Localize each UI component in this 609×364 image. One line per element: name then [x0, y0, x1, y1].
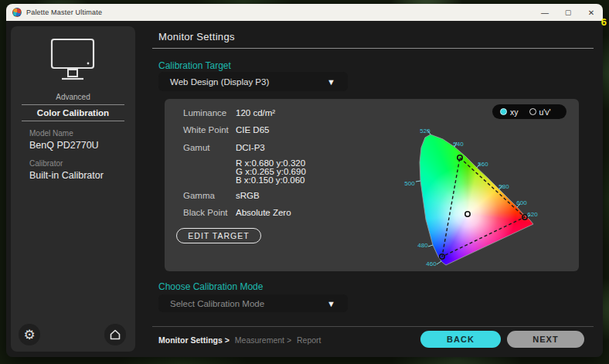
calibration-target-heading: Calibration Target [158, 60, 231, 71]
wavelength-label: 620 [527, 211, 537, 218]
coordinate-system-toggle: xy u'v' [492, 104, 566, 119]
uv-radio[interactable] [529, 108, 536, 115]
xy-radio[interactable] [500, 108, 507, 115]
green-primary-marker [458, 155, 462, 160]
wavelength-label: 520 [420, 128, 430, 134]
window-title: Palette Master Ultimate [26, 9, 102, 16]
home-icon [109, 328, 121, 341]
uv-radio-label[interactable]: u'v' [539, 107, 551, 117]
divider [152, 48, 594, 49]
gamut-value: DCI-P3 [236, 143, 265, 152]
maximize-button[interactable]: ▢ [556, 4, 580, 21]
black-point-label: Black Point [183, 208, 228, 217]
sidebar-divider [22, 121, 124, 121]
app-window: Palette Master Ultimate — ▢ ✕ Advanced C… [6, 4, 603, 357]
white-point-label: White Point [183, 125, 229, 134]
luminance-value: 120 cd/m² [236, 108, 275, 117]
sidebar-divider [22, 104, 124, 105]
gamut-label: Gamut [183, 143, 210, 152]
calibrator-label: Calibrator [29, 159, 63, 168]
divider [152, 326, 594, 327]
luminance-label: Luminance [183, 108, 226, 117]
gamut-triangle [442, 158, 525, 257]
desktop-wallpaper: 6 Palette Master Ultimate — ▢ ✕ Advanced [0, 0, 609, 364]
window-controls: — ▢ ✕ [533, 4, 603, 21]
sidebar-section-title: Color Calibration [11, 108, 135, 117]
dropdown-placeholder: Select Calibration Mode [170, 299, 264, 308]
chevron-down-icon: ▼ [327, 299, 335, 308]
frame-counter-badge: 6 [601, 16, 607, 28]
edit-target-button[interactable]: EDIT TARGET [176, 228, 261, 243]
chevron-down-icon: ▼ [327, 77, 335, 87]
breadcrumb-report: Report [297, 335, 322, 345]
page-title: Monitor Settings [158, 31, 235, 43]
wavelength-label: 600 [516, 199, 526, 206]
gamma-value: sRGB [236, 191, 260, 200]
model-name-value: BenQ PD2770U [29, 140, 99, 151]
model-name-label: Model Name [29, 129, 73, 138]
blue-primary-value: B x:0.150 y:0.060 [236, 175, 305, 185]
gear-icon: ⚙ [23, 327, 35, 343]
calibration-mode-heading: Choose Calibration Mode [158, 281, 263, 292]
wavelength-ticks [416, 130, 530, 264]
calibration-target-dropdown[interactable]: Web Design (Display P3) ▼ [158, 72, 348, 91]
breadcrumb-measurement: Measurement > [235, 335, 291, 345]
home-button[interactable] [104, 324, 126, 345]
sidebar: Advanced Color Calibration Model Name Be… [11, 26, 135, 352]
white-point-value: CIE D65 [236, 125, 269, 134]
calibration-mode-dropdown[interactable]: Select Calibration Mode ▼ [158, 294, 348, 312]
wavelength-label: 540 [453, 141, 463, 148]
monitor-icon [43, 36, 102, 83]
white-point-marker [465, 212, 470, 216]
close-button[interactable]: ✕ [580, 4, 603, 21]
xy-radio-label[interactable]: xy [510, 107, 519, 117]
minimize-button[interactable]: — [533, 4, 556, 21]
spectral-locus-outline [420, 134, 533, 265]
wavelength-label: 460 [426, 260, 436, 267]
settings-button[interactable]: ⚙ [19, 324, 40, 345]
breadcrumb-monitor-settings: Monitor Settings > [158, 335, 230, 345]
mode-label: Advanced [11, 93, 135, 101]
title-bar[interactable]: Palette Master Ultimate — ▢ ✕ [6, 4, 603, 21]
wavelength-label: 580 [498, 183, 509, 190]
wavelength-label: 560 [478, 161, 488, 168]
red-primary-marker [522, 215, 527, 219]
wavelength-label: 500 [404, 180, 414, 187]
app-logo-icon [12, 8, 22, 17]
black-point-value: Absolute Zero [236, 208, 291, 217]
dropdown-selected-value: Web Design (Display P3) [170, 77, 269, 87]
next-button[interactable]: NEXT [507, 331, 584, 348]
blue-primary-marker [440, 254, 444, 259]
gamma-label: Gamma [183, 191, 215, 200]
breadcrumb: Monitor Settings > Measurement > Report [158, 335, 321, 345]
calibrator-value: Built-in Calibrator [29, 170, 104, 181]
back-button[interactable]: BACK [420, 331, 501, 348]
wavelength-label: 480 [417, 242, 427, 249]
window-body: Advanced Color Calibration Model Name Be… [6, 21, 603, 357]
target-detail-panel: 520 540 560 580 600 620 500 480 460 xy u… [165, 99, 579, 271]
